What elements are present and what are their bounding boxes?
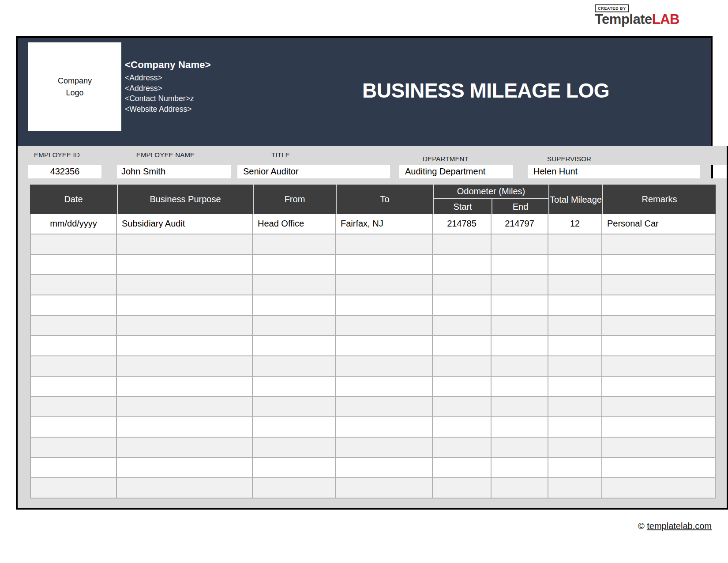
table-cell-empty[interactable] [433,275,492,295]
table-cell-empty[interactable] [117,438,253,457]
table-cell-empty[interactable] [117,275,253,295]
table-cell-empty[interactable] [336,234,433,254]
table-cell-empty[interactable] [30,275,117,295]
table-cell-empty[interactable] [30,478,117,498]
table-cell-empty[interactable] [602,295,716,315]
templatelab-link[interactable]: templatelab.com [647,521,712,531]
table-cell-empty[interactable] [602,438,716,457]
table-cell-empty[interactable] [253,417,336,437]
table-cell-empty[interactable] [433,377,492,396]
table-cell-empty[interactable] [30,377,117,396]
table-cell-empty[interactable] [433,438,492,457]
table-cell-empty[interactable] [253,478,336,498]
table-cell-empty[interactable] [253,356,336,376]
table-cell-empty[interactable] [253,336,336,355]
table-cell-empty[interactable] [602,397,716,416]
table-cell-empty[interactable] [336,458,433,477]
field-input-title[interactable]: Senior Auditor [237,165,390,178]
table-cell-empty[interactable] [30,417,117,437]
table-cell-empty[interactable] [336,438,433,457]
table-cell-empty[interactable] [433,336,492,355]
table-cell-empty[interactable] [433,356,492,376]
table-cell-empty[interactable] [548,275,602,295]
table-cell-empty[interactable] [548,417,602,437]
table-cell-empty[interactable] [30,234,117,254]
table-cell-empty[interactable] [548,458,602,477]
table-cell-empty[interactable] [117,316,253,335]
table-cell-empty[interactable] [117,234,253,254]
table-cell-empty[interactable] [433,478,492,498]
table-cell-empty[interactable] [30,458,117,477]
table-cell-empty[interactable] [548,316,602,335]
table-cell-empty[interactable] [253,458,336,477]
field-input-supervisor[interactable]: Helen Hunt [528,165,700,178]
table-cell-empty[interactable] [433,234,492,254]
table-cell-empty[interactable] [253,275,336,295]
table-cell-empty[interactable] [336,275,433,295]
table-cell-empty[interactable] [602,255,716,274]
table-cell-empty[interactable] [253,255,336,274]
table-cell-empty[interactable] [548,438,602,457]
table-cell-empty[interactable] [336,417,433,437]
table-cell-empty[interactable] [492,234,548,254]
table-cell-empty[interactable] [336,295,433,315]
table-cell-empty[interactable] [492,295,548,315]
cell-odometer-start[interactable]: 214785 [433,214,492,234]
table-cell-empty[interactable] [602,478,716,498]
table-cell-empty[interactable] [492,356,548,376]
table-cell-empty[interactable] [117,478,253,498]
table-cell-empty[interactable] [492,458,548,477]
cell-remarks[interactable]: Personal Car [602,214,716,234]
table-cell-empty[interactable] [117,356,253,376]
table-cell-empty[interactable] [492,478,548,498]
table-cell-empty[interactable] [336,316,433,335]
table-cell-empty[interactable] [548,478,602,498]
field-input-employee-name[interactable]: John Smith [117,165,231,178]
table-cell-empty[interactable] [30,438,117,457]
table-cell-empty[interactable] [253,377,336,396]
table-cell-empty[interactable] [492,255,548,274]
table-cell-empty[interactable] [602,316,716,335]
table-cell-empty[interactable] [117,255,253,274]
table-cell-empty[interactable] [492,275,548,295]
table-cell-empty[interactable] [30,356,117,376]
table-cell-empty[interactable] [548,234,602,254]
table-cell-empty[interactable] [253,397,336,416]
table-cell-empty[interactable] [602,234,716,254]
table-cell-empty[interactable] [336,397,433,416]
table-cell-empty[interactable] [253,438,336,457]
cell-total-mileage[interactable]: 12 [548,214,602,234]
table-cell-empty[interactable] [548,255,602,274]
table-cell-empty[interactable] [30,255,117,274]
table-cell-empty[interactable] [253,295,336,315]
table-cell-empty[interactable] [492,316,548,335]
table-cell-empty[interactable] [602,377,716,396]
table-cell-empty[interactable] [433,397,492,416]
field-input-employee-id[interactable]: 432356 [28,165,101,178]
cell-to[interactable]: Fairfax, NJ [336,214,433,234]
field-input-department[interactable]: Auditing Department [399,165,513,178]
table-cell-empty[interactable] [602,458,716,477]
table-cell-empty[interactable] [117,397,253,416]
table-cell-empty[interactable] [117,295,253,315]
table-cell-empty[interactable] [548,397,602,416]
table-cell-empty[interactable] [548,336,602,355]
cell-from[interactable]: Head Office [253,214,336,234]
table-cell-empty[interactable] [433,295,492,315]
table-cell-empty[interactable] [433,255,492,274]
table-cell-empty[interactable] [30,397,117,416]
table-cell-empty[interactable] [492,438,548,457]
cell-odometer-end[interactable]: 214797 [492,214,548,234]
cell-date[interactable]: mm/dd/yyyy [30,214,117,234]
table-cell-empty[interactable] [548,377,602,396]
table-cell-empty[interactable] [492,397,548,416]
table-cell-empty[interactable] [548,356,602,376]
table-cell-empty[interactable] [433,417,492,437]
table-cell-empty[interactable] [117,458,253,477]
table-cell-empty[interactable] [433,458,492,477]
table-cell-empty[interactable] [433,316,492,335]
table-cell-empty[interactable] [336,478,433,498]
table-cell-empty[interactable] [117,377,253,396]
table-cell-empty[interactable] [492,336,548,355]
table-cell-empty[interactable] [492,417,548,437]
